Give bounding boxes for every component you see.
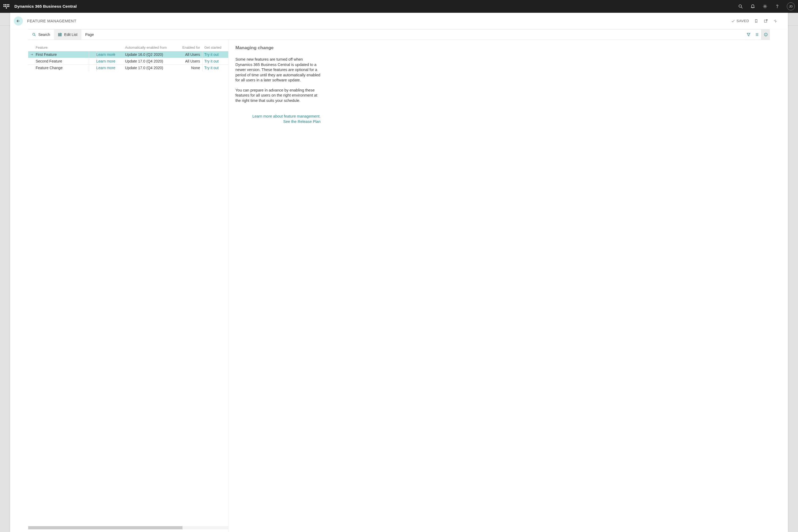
release-plan-link[interactable]: See the Release Plan [235, 119, 321, 124]
saved-indicator: SAVED [731, 19, 749, 23]
factbox-pane: Managing change Some new features are tu… [228, 40, 770, 532]
notifications-icon[interactable] [750, 4, 756, 9]
page-body: Feature Automatically enabled from Enabl… [28, 40, 770, 532]
back-button[interactable] [14, 17, 23, 25]
col-enabled[interactable]: Enabled for [180, 45, 202, 50]
user-avatar[interactable]: JD [787, 2, 795, 11]
svg-point-20 [765, 34, 766, 34]
search-icon[interactable] [738, 4, 743, 9]
action-ribbon: Search Edit List Page [28, 29, 770, 40]
bookmark-icon[interactable] [754, 19, 759, 23]
col-auto[interactable]: Automatically enabled from [125, 45, 180, 50]
edit-list-label: Edit List [64, 33, 77, 37]
brand-title: Dynamics 365 Business Central [14, 4, 77, 9]
svg-point-23 [114, 54, 114, 55]
col-feature[interactable]: Feature [36, 45, 96, 50]
table-header: Feature Automatically enabled from Enabl… [28, 40, 228, 51]
col-get[interactable]: Get started [202, 45, 226, 50]
try-it-out-link[interactable]: Try it out [202, 52, 226, 57]
factbox-toggle-icon[interactable] [761, 30, 770, 40]
enabled-for-value[interactable]: All Users [180, 52, 202, 57]
page-header: FEATURE MANAGEMENT SAVED [10, 13, 788, 29]
horizontal-scrollbar[interactable] [28, 526, 228, 529]
table-row[interactable]: Feature Change Learn more Update 17.0 (Q… [28, 64, 228, 71]
auto-enable-value: Update 17.0 (Q4 2020) [125, 59, 180, 63]
page-title: FEATURE MANAGEMENT [27, 19, 76, 23]
page-label: Page [85, 33, 94, 37]
settings-gear-icon[interactable] [762, 4, 768, 9]
factbox-title: Managing change [235, 45, 763, 51]
help-icon[interactable] [775, 4, 780, 9]
app-launcher-icon[interactable] [3, 3, 10, 10]
feature-list: Feature Automatically enabled from Enabl… [28, 40, 228, 532]
auto-enable-value: Update 17.0 (Q4 2020) [125, 66, 180, 70]
svg-point-3 [777, 7, 777, 8]
filter-icon[interactable] [744, 30, 753, 40]
factbox-paragraph: You can prepare in advance by enabling t… [235, 88, 321, 103]
try-it-out-link[interactable]: Try it out [202, 59, 226, 63]
svg-rect-11 [58, 34, 61, 35]
global-topbar: Dynamics 365 Business Central JD [0, 0, 798, 13]
try-it-out-link[interactable]: Try it out [202, 66, 226, 70]
search-label: Search [38, 33, 50, 37]
collapse-icon[interactable] [773, 19, 778, 23]
svg-marker-14 [747, 33, 750, 36]
learn-more-link[interactable]: Learn more [96, 66, 125, 70]
svg-point-8 [33, 33, 35, 35]
table-row[interactable]: First Feature Learn more Update 16.0 (Q2… [28, 51, 228, 58]
page-card: FEATURE MANAGEMENT SAVED [10, 13, 788, 532]
feature-name: Feature Change [36, 66, 96, 70]
learn-more-link[interactable]: Learn more [96, 59, 125, 63]
svg-rect-12 [58, 35, 61, 36]
popout-icon[interactable] [763, 19, 768, 23]
enabled-for-value[interactable]: All Users [180, 59, 202, 63]
feature-name: First Feature [36, 52, 96, 57]
feature-name: Second Feature [36, 59, 96, 63]
table-row[interactable]: Second Feature Learn more Update 17.0 (Q… [28, 58, 228, 64]
scrollbar-thumb[interactable] [28, 526, 183, 529]
svg-line-9 [35, 35, 36, 36]
saved-label: SAVED [737, 19, 749, 23]
page-action[interactable]: Page [81, 30, 98, 40]
list-rows-icon[interactable] [753, 30, 761, 40]
svg-point-2 [764, 5, 765, 7]
edit-list-action[interactable]: Edit List [54, 30, 81, 40]
learn-more-link[interactable]: Learn more [96, 52, 125, 57]
auto-enable-value: Update 16.0 (Q2 2020) [125, 52, 180, 57]
svg-line-1 [741, 7, 743, 8]
row-menu-icon[interactable] [113, 52, 114, 57]
row-selector-icon[interactable] [28, 53, 36, 56]
svg-rect-5 [764, 20, 766, 22]
svg-point-0 [739, 5, 742, 7]
learn-more-feature-mgmt-link[interactable]: Learn more about feature management. [235, 114, 321, 118]
svg-point-24 [114, 55, 114, 56]
svg-point-22 [114, 53, 114, 54]
factbox-paragraph: Some new features are turned off when Dy… [235, 57, 321, 83]
page-backdrop: FEATURE MANAGEMENT SAVED [0, 13, 798, 532]
enabled-for-value[interactable]: None [180, 66, 202, 70]
search-action[interactable]: Search [28, 30, 54, 40]
